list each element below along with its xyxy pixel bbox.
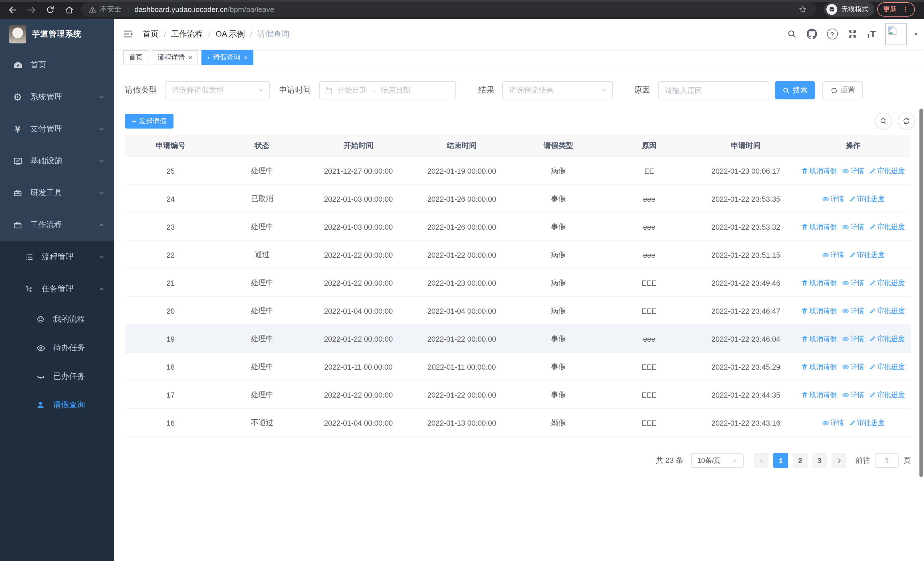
progress-link[interactable]: 审批进度 (869, 306, 904, 316)
progress-link[interactable]: 审批进度 (869, 390, 904, 400)
tab-leave-query[interactable]: ● 请假查询 × (201, 50, 254, 65)
detail-link[interactable]: 详情 (822, 418, 844, 428)
app-logo[interactable]: 芋道管理系统 (0, 19, 114, 49)
url-bar[interactable]: 不安全 dashboard.yudao.iocoder.cn/bpm/oa/le… (81, 2, 816, 17)
sidebar-item-done-tasks[interactable]: 已办任务 (0, 362, 114, 391)
security-label[interactable]: 不安全 (100, 5, 121, 14)
table-row: 25处理中2021-12-27 00:00:002022-01-19 00:00… (125, 157, 911, 185)
sidebar-item-process-mgmt[interactable]: 流程管理 (0, 241, 114, 273)
detail-link[interactable]: 详情 (842, 334, 864, 344)
sidebar-item-home[interactable]: 首页 (0, 49, 114, 81)
cell-status: 已取消 (216, 194, 308, 204)
sidebar-item-payment[interactable]: ¥ 支付管理 (0, 113, 114, 145)
progress-link[interactable]: 审批进度 (849, 250, 884, 260)
sidebar-item-system[interactable]: ⚙ 系统管理 (0, 81, 114, 113)
reload-icon[interactable] (44, 3, 57, 17)
breadcrumb-workflow[interactable]: 工作流程 (171, 29, 203, 39)
detail-link[interactable]: 详情 (822, 194, 844, 204)
tab-home[interactable]: 首页 (123, 50, 148, 65)
end-date-placeholder: 结束日期 (381, 85, 411, 95)
url-divider (128, 5, 128, 14)
page-button-3[interactable]: 3 (812, 453, 827, 468)
breadcrumb-home[interactable]: 首页 (142, 29, 159, 39)
eye-closed-icon (34, 371, 47, 381)
search-icon[interactable] (787, 29, 796, 39)
cell-reason: EEE (602, 307, 696, 315)
forward-icon[interactable] (24, 3, 38, 17)
cancel-link[interactable]: 取消请假 (801, 222, 837, 232)
reset-button[interactable]: 重置 (822, 81, 863, 99)
cancel-link[interactable]: 取消请假 (801, 390, 837, 400)
back-icon[interactable] (6, 3, 20, 17)
breadcrumb-oa-example[interactable]: OA 示例 (216, 29, 245, 39)
detail-link[interactable]: 详情 (842, 390, 864, 400)
avatar[interactable] (885, 23, 907, 45)
cancel-link[interactable]: 取消请假 (801, 166, 837, 176)
help-icon[interactable]: ? (827, 29, 837, 39)
leave-type-select[interactable]: 请选择请假类型 (165, 81, 270, 99)
next-page-button[interactable] (831, 453, 846, 468)
pen-icon (869, 335, 876, 342)
chevron-down-icon[interactable]: ▾ (915, 31, 917, 37)
page-button-1[interactable]: 1 (773, 453, 788, 468)
detail-link[interactable]: 详情 (842, 278, 864, 288)
cancel-link[interactable]: 取消请假 (801, 278, 837, 288)
col-header-status: 状态 (216, 141, 308, 151)
fullscreen-icon[interactable] (847, 29, 857, 39)
sidebar-item-my-process[interactable]: 我的流程 (0, 305, 114, 334)
progress-link[interactable]: 审批进度 (869, 166, 904, 176)
pen-icon (869, 391, 876, 398)
detail-link[interactable]: 详情 (842, 362, 864, 371)
detail-link[interactable]: 详情 (842, 306, 864, 316)
sidebar-item-todo-tasks[interactable]: 待办任务 (0, 334, 114, 362)
result-select[interactable]: 请选择流结果 (502, 81, 613, 99)
prev-page-button[interactable] (754, 453, 769, 468)
progress-link[interactable]: 审批进度 (869, 334, 904, 344)
sidebar-item-workflow[interactable]: 工作流程 (0, 209, 114, 241)
update-button[interactable]: 更新 ⋮ (877, 2, 915, 17)
show-search-button[interactable] (875, 113, 892, 130)
font-size-icon[interactable]: TT (867, 29, 876, 39)
sidebar-item-leave-query[interactable]: 请假查询 (0, 391, 114, 419)
calendar-icon (325, 86, 333, 94)
detail-link[interactable]: 详情 (842, 166, 864, 176)
progress-link[interactable]: 审批进度 (869, 222, 904, 232)
cell-status: 处理中 (216, 362, 308, 372)
search-button[interactable]: 搜索 (775, 81, 815, 99)
page-unit-label: 页 (903, 455, 911, 466)
reason-input[interactable] (658, 81, 770, 99)
apply-time-range-picker[interactable]: 开始日期 - 结束日期 (319, 81, 456, 99)
col-header-end: 结束时间 (409, 141, 515, 151)
cell-reason: eee (602, 251, 696, 259)
sidebar-item-dev-tools[interactable]: 研发工具 (0, 177, 114, 209)
bookmark-star-icon[interactable] (796, 3, 809, 16)
cell-end: 2022-01-26 00:00:00 (409, 194, 515, 203)
cancel-link[interactable]: 取消请假 (801, 362, 837, 371)
create-leave-button[interactable]: + 发起请假 (125, 114, 173, 129)
close-icon[interactable]: × (244, 53, 248, 62)
progress-link[interactable]: 审批进度 (869, 278, 904, 288)
scrollbar-thumb[interactable] (920, 108, 923, 477)
page-button-2[interactable]: 2 (793, 453, 808, 468)
close-icon[interactable]: × (188, 53, 192, 62)
progress-link[interactable]: 审批进度 (849, 194, 884, 204)
github-icon[interactable] (806, 29, 817, 39)
progress-link[interactable]: 审批进度 (849, 418, 884, 428)
goto-page-input[interactable] (875, 453, 899, 468)
tab-process-detail[interactable]: 流程详情 × (152, 50, 198, 65)
sidebar-collapse-icon[interactable] (123, 29, 134, 39)
detail-link[interactable]: 详情 (822, 250, 844, 260)
progress-link[interactable]: 审批进度 (869, 362, 904, 371)
cancel-link[interactable]: 取消请假 (801, 306, 837, 316)
page-size-select[interactable]: 10条/页 (691, 453, 744, 468)
cell-id: 17 (125, 391, 216, 399)
detail-link[interactable]: 详情 (842, 222, 864, 232)
url-host: dashboard.yudao.iocoder.cn (134, 5, 228, 14)
browser-menu-icon[interactable]: ⋮ (902, 5, 909, 14)
sidebar-item-infrastructure[interactable]: 基础设施 (0, 145, 114, 177)
sidebar-item-task-mgmt[interactable]: 任务管理 (0, 273, 114, 305)
home-icon[interactable] (62, 3, 76, 17)
refresh-table-button[interactable] (898, 113, 915, 130)
cancel-link[interactable]: 取消请假 (801, 334, 837, 344)
active-dot-icon: ● (207, 56, 210, 59)
